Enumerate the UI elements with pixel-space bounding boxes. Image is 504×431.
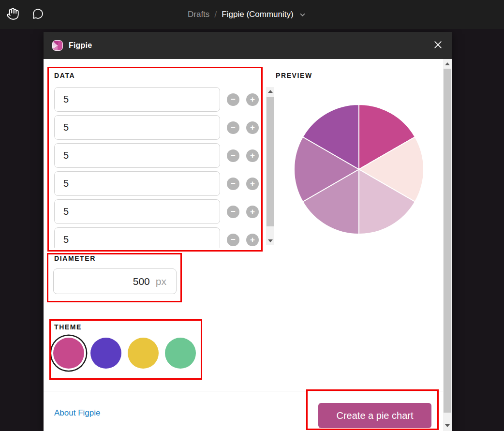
data-value-input-2[interactable]: [54, 115, 220, 140]
comment-icon: [32, 8, 44, 22]
increment-button[interactable]: +: [246, 206, 259, 218]
diameter-section-label: DIAMETER: [54, 254, 96, 262]
data-row: −+: [54, 199, 260, 224]
plugin-title: Figpie: [69, 41, 92, 50]
breadcrumb-drafts[interactable]: Drafts: [188, 10, 209, 19]
data-value-input-6[interactable]: [54, 227, 220, 248]
figma-toolbar: Drafts / Figpie (Community): [0, 0, 504, 29]
breadcrumb: Drafts / Figpie (Community): [188, 0, 306, 29]
increment-button[interactable]: +: [246, 178, 259, 190]
data-section-label: DATA: [54, 72, 75, 79]
increment-button[interactable]: +: [246, 149, 259, 162]
figpie-logo-icon: [52, 40, 63, 51]
data-row: −+: [54, 87, 260, 112]
decrement-button[interactable]: −: [227, 149, 239, 162]
pie-chart-preview: [293, 103, 425, 236]
plugin-scrollbar[interactable]: [443, 59, 452, 431]
increment-button[interactable]: +: [246, 121, 259, 134]
data-row: −+: [54, 115, 260, 140]
breadcrumb-file-name[interactable]: Figpie (Community): [222, 10, 293, 19]
decrement-button[interactable]: −: [227, 234, 239, 246]
decrement-button[interactable]: −: [227, 121, 239, 134]
increment-button[interactable]: +: [246, 93, 259, 106]
data-row: −+: [54, 143, 260, 168]
plugin-scrollbar-thumb[interactable]: [444, 69, 451, 413]
theme-swatch-green[interactable]: [165, 338, 196, 369]
theme-swatch-row: [53, 338, 196, 369]
comment-tool-button[interactable]: [31, 8, 44, 21]
diameter-unit-label: px: [156, 276, 176, 287]
decrement-button[interactable]: −: [227, 178, 239, 190]
theme-swatch-purple[interactable]: [90, 338, 121, 369]
data-value-input-4[interactable]: [54, 171, 220, 196]
plugin-header: Figpie: [44, 32, 452, 59]
hand-tool-button[interactable]: [6, 8, 19, 21]
pie-chart-svg: [293, 103, 425, 236]
data-list-scrollbar[interactable]: [266, 87, 274, 245]
footer-divider: [44, 391, 443, 391]
increment-button[interactable]: +: [246, 234, 259, 246]
data-row: −+: [54, 171, 260, 196]
close-icon: [433, 40, 443, 51]
decrement-button[interactable]: −: [227, 93, 239, 106]
preview-section-label: PREVIEW: [276, 72, 312, 79]
plugin-body: DATA −+−+−+−+−+−+ PREVIEW DIAMETER 500 p…: [44, 59, 452, 431]
data-value-input-5[interactable]: [54, 199, 220, 224]
diameter-input[interactable]: 500 px: [53, 268, 177, 294]
hand-icon: [6, 7, 19, 22]
theme-swatch-pink[interactable]: [53, 338, 84, 369]
chevron-down-icon[interactable]: [299, 12, 306, 18]
decrement-button[interactable]: −: [227, 206, 239, 218]
theme-section-label: THEME: [54, 323, 82, 331]
about-figpie-link[interactable]: About Figpie: [54, 408, 100, 418]
diameter-value[interactable]: 500: [54, 276, 150, 287]
data-row: −+: [54, 227, 260, 248]
theme-swatch-yellow[interactable]: [128, 338, 159, 369]
data-value-input-3[interactable]: [54, 143, 220, 168]
data-scrollbar-thumb[interactable]: [267, 97, 274, 226]
figpie-plugin-window: Figpie DATA −+−+−+−+−+−+ PREVIEW DIAMETE…: [44, 32, 452, 431]
data-value-input-1[interactable]: [54, 87, 220, 112]
close-button[interactable]: [432, 40, 443, 51]
breadcrumb-separator: /: [214, 10, 217, 20]
data-rows-list: −+−+−+−+−+−+: [54, 87, 260, 248]
create-pie-chart-button[interactable]: Create a pie chart: [318, 403, 431, 428]
